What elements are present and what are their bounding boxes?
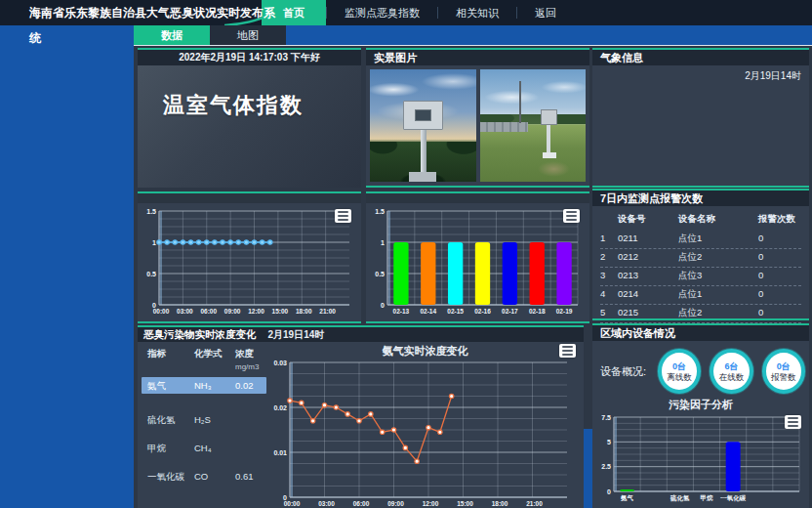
pollutant-row-ch4[interactable]: 甲烷 CH₄ xyxy=(147,440,263,456)
chart-menu-icon[interactable] xyxy=(559,344,576,358)
svg-text:0: 0 xyxy=(607,488,611,495)
nav-item-back[interactable]: 返回 xyxy=(517,0,574,25)
background-accent xyxy=(584,429,592,508)
greeting-body: 温室气体指数 xyxy=(138,65,361,188)
greeting-datetime: 2022年2月19日 14:17:03 下午好 xyxy=(138,50,361,65)
device-name: 点位2 xyxy=(678,251,758,264)
svg-text:0.5: 0.5 xyxy=(375,271,385,277)
weather-time: 2月19日14时 xyxy=(592,65,809,186)
svg-text:12:00: 12:00 xyxy=(423,500,439,507)
main-nav-menu: 首页 监测点恶臭指数 相关知识 返回 xyxy=(262,0,574,25)
device-overview-label: 设备概况: xyxy=(600,364,649,379)
pollutant-value: 0.61 xyxy=(235,468,263,485)
svg-text:1.5: 1.5 xyxy=(146,208,156,215)
alarm-col-index xyxy=(600,213,618,226)
table-row[interactable]: 40214点位10 xyxy=(600,286,801,305)
device-id: 0214 xyxy=(618,288,678,301)
alarm-count: 0台 xyxy=(777,361,791,372)
pollutant-row-nh3[interactable]: 氨气 NH₃ 0.02 xyxy=(142,377,266,394)
alarm-col-device-id: 设备号 xyxy=(618,213,678,226)
svg-text:0.01: 0.01 xyxy=(273,449,287,456)
svg-text:02-19: 02-19 xyxy=(556,308,573,315)
col-concentration-unit: mg/m3 xyxy=(235,362,259,371)
svg-text:02-17: 02-17 xyxy=(502,308,518,315)
device-id: 0212 xyxy=(618,251,678,264)
stat-circle-online[interactable]: 6台 在线数 xyxy=(710,349,752,394)
factor-chart-title: 污染因子分析 xyxy=(592,396,809,411)
pollutant-name: 甲烷 xyxy=(147,440,194,456)
pollutant-formula: NH₃ xyxy=(194,377,235,394)
offline-count: 0台 xyxy=(672,361,686,372)
svg-text:02-14: 02-14 xyxy=(420,308,436,315)
greenhouse-index-line-chart: 00.511.500:0003:0006:0009:0012:0015:0018… xyxy=(138,203,357,318)
nav-item-knowledge[interactable]: 相关知识 xyxy=(438,0,516,25)
ammonia-chart-title: 氨气实时浓度变化 xyxy=(266,344,584,359)
weather-panel-title: 气象信息 xyxy=(592,50,809,65)
online-label: 在线数 xyxy=(719,372,745,382)
svg-text:21:00: 21:00 xyxy=(526,500,543,507)
photo2-lamp-pole xyxy=(519,81,521,124)
photo1-monitor-base xyxy=(409,172,436,182)
pollutant-formula: CO xyxy=(194,468,235,485)
svg-text:0.02: 0.02 xyxy=(273,404,287,411)
row-index: 5 xyxy=(600,307,618,319)
greeting-headline: 温室气体指数 xyxy=(163,91,361,120)
chart-panel-strip xyxy=(138,193,361,203)
photo2-sky xyxy=(480,69,587,120)
svg-text:一氧化碳: 一氧化碳 xyxy=(720,494,747,502)
svg-text:0.5: 0.5 xyxy=(146,271,156,277)
pollutant-row-co[interactable]: 一氧化碳 CO 0.61 xyxy=(147,468,263,485)
pollutant-body: 指标 化学式 浓度 mg/m3 氨气 NH₃ 0.02 硫化氢 H₂S xyxy=(138,342,584,508)
device-name: 点位1 xyxy=(678,233,758,245)
alarm-count: 0 xyxy=(758,307,801,319)
alarm-table: 设备号 设备名称 报警次数 10211点位10 20212点位20 30213点… xyxy=(592,206,809,342)
svg-text:硫化氢: 硫化氢 xyxy=(670,494,690,502)
stat-circle-alarm[interactable]: 0台 报警数 xyxy=(762,349,805,394)
site-photo-2[interactable] xyxy=(480,69,587,182)
table-row[interactable]: 20212点位20 xyxy=(600,249,801,268)
stat-circle-offline[interactable]: 0台 离线数 xyxy=(658,349,701,394)
device-overview-row: 设备概况: 0台 离线数 6台 在线数 0台 报警数 xyxy=(592,341,809,396)
table-row[interactable]: 10211点位10 xyxy=(600,231,801,249)
ammonia-line-chart: 00.010.020.0300:0003:0006:0009:0012:0015… xyxy=(266,359,579,508)
svg-text:00:00: 00:00 xyxy=(284,500,301,507)
svg-text:1: 1 xyxy=(152,239,156,246)
table-row[interactable]: 50215点位20 xyxy=(600,305,801,323)
svg-text:氨气: 氨气 xyxy=(620,494,634,502)
photo2-monitor-pole xyxy=(547,124,550,153)
site-photo-1[interactable] xyxy=(370,69,476,182)
svg-text:02-18: 02-18 xyxy=(529,308,546,315)
pollutant-formula: CH₄ xyxy=(194,440,235,456)
pollutant-name: 一氧化碳 xyxy=(147,468,194,485)
table-row[interactable]: 30213点位30 xyxy=(600,268,801,286)
greenhouse-line-chart-panel: 00.511.500:0003:0006:0009:0012:0015:0018… xyxy=(138,191,361,323)
pollutant-row-h2s[interactable]: 硫化氢 H₂S xyxy=(147,411,263,428)
svg-text:5: 5 xyxy=(607,439,611,445)
alarm-count: 0 xyxy=(758,251,801,264)
svg-text:06:00: 06:00 xyxy=(200,308,217,315)
chart-menu-icon[interactable] xyxy=(785,415,801,429)
alarm-table-title: 7日内监测点报警次数 xyxy=(592,190,809,206)
photo2-monitor-base xyxy=(543,152,556,158)
svg-text:1: 1 xyxy=(381,239,385,246)
nav-item-odor-index[interactable]: 监测点恶臭指数 xyxy=(327,0,437,25)
col-concentration: 浓度 mg/m3 xyxy=(235,348,263,371)
svg-text:00:00: 00:00 xyxy=(153,308,170,315)
device-name: 点位2 xyxy=(678,307,758,319)
alarm-count: 0 xyxy=(758,288,801,301)
device-id: 0211 xyxy=(618,233,678,245)
svg-text:0.03: 0.03 xyxy=(273,360,287,366)
chart-menu-icon[interactable] xyxy=(335,209,351,223)
photo1-monitor-screen xyxy=(415,109,431,121)
pollutant-formula: H₂S xyxy=(194,411,235,428)
alarm-label: 报警数 xyxy=(771,372,796,382)
svg-text:7.5: 7.5 xyxy=(601,414,611,421)
chart-panel-strip xyxy=(366,193,589,203)
chart-menu-icon[interactable] xyxy=(563,209,580,223)
svg-text:18:00: 18:00 xyxy=(296,308,312,315)
pollutant-name: 硫化氢 xyxy=(147,411,194,428)
col-formula: 化学式 xyxy=(194,348,235,371)
photo2-wall xyxy=(480,122,529,132)
svg-text:09:00: 09:00 xyxy=(224,308,241,315)
device-panel-title: 区域内设备情况 xyxy=(592,325,809,341)
